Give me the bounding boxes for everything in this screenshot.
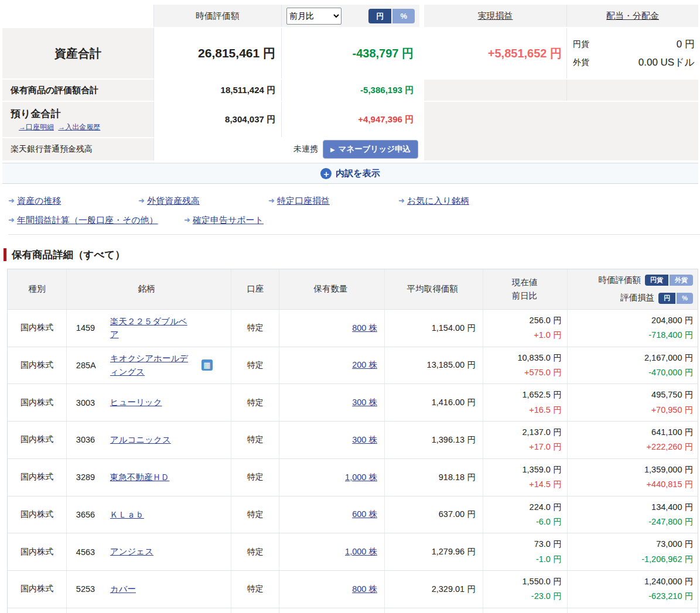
table-row: 国内株式 3003 ヒューリック 特定 300 株 1,416.00 円 1,6… bbox=[8, 384, 698, 422]
holdings-total-row: 保有商品の評価額合計 18,511,424 円 -5,386,193 円 bbox=[2, 80, 419, 101]
valuation-pl: -718,400 円 bbox=[648, 328, 693, 343]
toggle-yen-selected[interactable]: 円 bbox=[368, 9, 391, 23]
security-name-link[interactable]: カバー bbox=[110, 583, 136, 595]
quick-link-item: ➜確定申告サポート bbox=[184, 215, 264, 226]
account-type: 特定 bbox=[231, 571, 279, 608]
avg-price: 1,396.13 円 bbox=[384, 422, 483, 458]
market-value: 204,800 円 bbox=[651, 313, 693, 328]
total-assets-row: 資産合計 26,815,461 円 -438,797 円 bbox=[2, 28, 419, 78]
day-change: +14.5 円 bbox=[529, 477, 561, 492]
table-row: 国内株式 3656 ＫＬａｂ 特定 600 株 637.00 円 224.0 円… bbox=[8, 496, 698, 534]
current-price: 10,835.0 円 bbox=[517, 351, 561, 365]
table-row: 国内株式 5253 カバー 特定 800 株 2,329.01 円 1,550.… bbox=[8, 571, 698, 608]
security-code: 3036 bbox=[76, 435, 102, 444]
realized-pl-link[interactable]: 実現損益 bbox=[478, 11, 513, 22]
table-row: 国内株式 1459 楽天２２５ダブルベア 特定 800 株 1,154.00 円… bbox=[8, 310, 698, 347]
link-arrow-icon: ➜ bbox=[8, 215, 15, 225]
fx-label: 外貨 bbox=[573, 57, 589, 68]
quick-link[interactable]: 年間損益計算（一般口座・その他） bbox=[17, 215, 158, 226]
security-code: 5253 bbox=[76, 584, 102, 594]
holdings-total-label: 保有商品の評価額合計 bbox=[2, 80, 153, 101]
money-bridge-apply-button[interactable]: ▶ マネーブリッジ申込 bbox=[323, 140, 418, 159]
quick-link[interactable]: お気に入り銘柄 bbox=[407, 196, 469, 207]
summary-header-row: 時価評価額 前月比 円 % bbox=[2, 5, 419, 27]
market-value: 73,000 円 bbox=[656, 537, 693, 552]
table-row: 国内株式 3036 アルコニックス 特定 300 株 1,396.13 円 2,… bbox=[8, 422, 698, 459]
header-spacer bbox=[2, 5, 153, 27]
show-breakdown-toggle[interactable]: ＋ 内訳を表示 bbox=[2, 163, 698, 184]
avg-price: 918.18 円 bbox=[384, 459, 483, 496]
security-name-link[interactable]: アンジェス bbox=[110, 545, 153, 558]
day-change: +16.5 円 bbox=[529, 403, 561, 417]
security-name-link[interactable]: 楽天２２５ダブルベア bbox=[110, 315, 193, 341]
total-assets-label: 資産合計 bbox=[2, 28, 153, 78]
security-name-link[interactable]: ＫＬａｂ bbox=[110, 508, 144, 521]
plus-circle-icon: ＋ bbox=[320, 168, 332, 179]
account-type: 特定 bbox=[231, 533, 279, 570]
asset-totals-table: 時価評価額 前月比 円 % 資産合計 26,815,461 円 -438,797… bbox=[2, 5, 419, 162]
valuation-pl: -247,800 円 bbox=[648, 515, 693, 529]
quantity-link[interactable]: 200 株 bbox=[352, 359, 377, 371]
security-name-link[interactable]: ヒューリック bbox=[110, 396, 162, 409]
day-change: -6.0 円 bbox=[536, 515, 562, 529]
link-arrow-icon: ➜ bbox=[8, 196, 15, 206]
avg-price: 13,185.00 円 bbox=[384, 347, 483, 384]
table-row: 国内株式 4563 アンジェス 特定 1,000 株 1,279.96 円 73… bbox=[8, 533, 698, 571]
empty-cell bbox=[424, 80, 566, 101]
yen-percent-toggle[interactable]: 円 % bbox=[368, 9, 415, 23]
quick-link[interactable]: 確定申告サポート bbox=[193, 215, 264, 226]
table-row: 国内株式 5301 東海カーボン 特定 100 株 1,168.65 円 985… bbox=[8, 608, 698, 613]
col-market-value: 時価評価額 bbox=[599, 273, 641, 287]
col-name: 銘柄 bbox=[66, 269, 231, 309]
day-change: -23.0 円 bbox=[531, 589, 562, 604]
fx-dividend-value: 0.00 USドル bbox=[638, 56, 695, 69]
calendar-icon[interactable]: ▦ bbox=[202, 359, 213, 371]
period-select[interactable]: 前月比 bbox=[286, 8, 342, 25]
quantity-link[interactable]: 800 株 bbox=[352, 323, 377, 334]
security-code: 3289 bbox=[76, 472, 102, 482]
quick-link[interactable]: 特定口座損益 bbox=[277, 196, 330, 207]
quick-link-item: ➜外貨資産残高 bbox=[138, 196, 268, 207]
link-arrow-icon: ➜ bbox=[138, 196, 145, 206]
security-name-link[interactable]: 東急不動産ＨＤ bbox=[110, 471, 170, 484]
security-code: 3656 bbox=[76, 510, 102, 519]
quantity-link[interactable]: 1,000 株 bbox=[345, 546, 377, 557]
valuation-pl: +440,815 円 bbox=[647, 477, 693, 492]
security-type: 国内株式 bbox=[8, 422, 66, 458]
quantity-link[interactable]: 300 株 bbox=[352, 397, 377, 408]
quick-link[interactable]: 外貨資産残高 bbox=[147, 196, 200, 207]
avg-price: 1,416.00 円 bbox=[384, 384, 483, 421]
col-quantity: 保有数量 bbox=[279, 269, 384, 309]
deposit-total-label: 預り金合計 bbox=[11, 107, 60, 121]
asset-summary-page: 時価評価額 前月比 円 % 資産合計 26,815,461 円 -438,797… bbox=[0, 0, 700, 613]
summary-section: 時価評価額 前月比 円 % 資産合計 26,815,461 円 -438,797… bbox=[2, 5, 698, 162]
dividends-link[interactable]: 配当・分配金 bbox=[606, 11, 659, 22]
empty-cell bbox=[424, 102, 698, 160]
cashflow-history-link[interactable]: →入出金履歴 bbox=[58, 123, 100, 131]
jpy-dividend-value: 0 円 bbox=[677, 37, 695, 51]
valuation-pl: +222,260 円 bbox=[647, 440, 693, 454]
table-row: 国内株式 285A キオクシアホールディングス ▦ 特定 200 株 13,18… bbox=[8, 347, 698, 385]
currency-toggle[interactable]: 円貨 外貨 bbox=[645, 275, 693, 286]
quick-link[interactable]: 資産の推移 bbox=[17, 196, 61, 207]
account-detail-link[interactable]: →口座明細 bbox=[19, 123, 54, 131]
market-value-header: 時価評価額 bbox=[153, 5, 281, 27]
security-code: 1459 bbox=[76, 323, 102, 333]
col-current-price: 現在値 bbox=[512, 276, 538, 289]
quantity-link[interactable]: 1,000 株 bbox=[345, 472, 377, 483]
quantity-link[interactable]: 300 株 bbox=[352, 434, 377, 446]
toggle-percent[interactable]: % bbox=[392, 9, 415, 23]
security-type: 国内株式 bbox=[8, 533, 66, 570]
quantity-link[interactable]: 600 株 bbox=[352, 509, 377, 520]
avg-price: 1,154.00 円 bbox=[384, 310, 483, 347]
security-name-link[interactable]: キオクシアホールディングス bbox=[110, 352, 193, 378]
security-name-link[interactable]: アルコニックス bbox=[110, 433, 171, 446]
arrow-right-icon: ▶ bbox=[330, 146, 335, 153]
quantity-link[interactable]: 800 株 bbox=[352, 584, 377, 595]
security-type: 国内株式 bbox=[8, 571, 66, 608]
current-price: 73.0 円 bbox=[534, 537, 562, 552]
market-value: 641,100 円 bbox=[651, 425, 693, 440]
pl-unit-toggle[interactable]: 円 % bbox=[658, 293, 693, 304]
market-value: 1,240,000 円 bbox=[644, 574, 693, 589]
account-type: 特定 bbox=[231, 384, 279, 421]
